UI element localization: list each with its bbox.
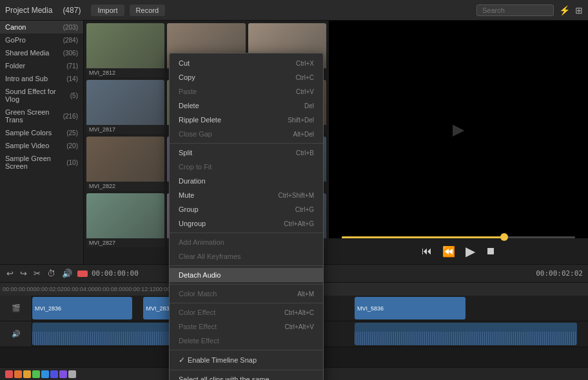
progress-thumb[interactable] [500, 233, 508, 241]
ctx-shortcut: Ctrl+V [296, 88, 314, 95]
ctx-item-split[interactable]: SplitCtrl+B [170, 146, 323, 160]
ruler-mark: 00:00:02:02 [34, 286, 64, 292]
redo-button[interactable]: ↪ [19, 267, 28, 280]
filter-icon[interactable]: ⚡ [559, 5, 570, 15]
sidebar-item-label: GoPro [5, 36, 63, 44]
sidebar-item-count: (306) [63, 50, 78, 57]
media-thumb-label: MVI_2827 [86, 238, 164, 247]
ctx-item-label: Select all clips with the same color mar… [179, 375, 286, 380]
undo-button[interactable]: ↩ [5, 267, 15, 280]
sidebar-item-count: (5) [70, 92, 78, 99]
ctx-item-label: Color Effect [179, 309, 215, 316]
import-button[interactable]: Import [91, 5, 124, 16]
ctx-item-label: Split [179, 149, 192, 157]
ctx-item-mute[interactable]: MuteCtrl+Shift+M [170, 188, 323, 202]
sidebar-item-count: (284) [63, 37, 78, 44]
ctx-item-ungroup[interactable]: UngroupCtrl+Alt+G [170, 216, 323, 231]
ctx-item-copy[interactable]: CopyCtrl+C [170, 70, 323, 84]
color-mark-dot[interactable] [68, 370, 76, 378]
top-bar: Project Media (487) Import Record ⚡ ⊞ [0, 0, 588, 21]
ctx-shortcut: Ctrl+Shift+M [278, 192, 314, 199]
media-thumb-MVI_2822[interactable]: MVI_2822 [86, 137, 164, 191]
ctx-item-label: Ungroup [179, 220, 206, 227]
clock-button[interactable]: ⏱ [46, 267, 57, 280]
rewind-button[interactable]: ⏮ [419, 243, 435, 260]
color-mark-dot[interactable] [50, 370, 58, 378]
ctx-shortcut: Ctrl+X [296, 60, 314, 67]
media-thumb-label: MVI_2822 [86, 182, 164, 191]
ctx-item-label: Paste [179, 88, 197, 95]
ctx-item-color_effect: Color EffectCtrl+Alt+C [170, 305, 323, 319]
ctx-item-label: Clear All Keyframes [179, 252, 241, 260]
ctx-item-label: Duration [179, 177, 206, 185]
color-mark-dot[interactable] [14, 370, 22, 378]
media-thumb-MVI_2817[interactable]: MVI_2817 [86, 80, 164, 134]
ctx-item-duration[interactable]: Duration [170, 174, 323, 188]
media-thumb-MVI_2812[interactable]: MVI_2812 [86, 23, 164, 77]
play-button[interactable]: ▶ [463, 241, 478, 261]
ctx-item-add_animation: Add Animation [170, 235, 323, 249]
preview-area: ▶ ⏮ ⏪ ▶ ⏹ [329, 21, 588, 264]
ctx-separator [170, 284, 323, 285]
ctx-item-detach_audio[interactable]: Detach Audio [170, 268, 323, 282]
search-input[interactable] [476, 5, 554, 16]
sidebar-item-sound[interactable]: Sound Effect for Vlog(5) [0, 85, 83, 106]
cut-tool-button[interactable]: ✂ [32, 267, 42, 280]
ctx-item-label: Copy [179, 73, 195, 81]
clip-MVI_2836_1[interactable]: MVI_2836 [32, 297, 132, 319]
ctx-separator [170, 265, 323, 266]
timecode-display: 00:00:00:00 [92, 269, 139, 278]
clip-audio_clip2[interactable] [355, 323, 577, 345]
ctx-item-delete[interactable]: DeleteDel [170, 99, 323, 113]
ctx-shortcut: Del [304, 102, 314, 109]
sidebar-item-folder[interactable]: Folder(71) [0, 59, 83, 72]
sidebar-item-sample_green[interactable]: Sample Green Screen(10) [0, 152, 83, 173]
sidebar-item-label: Folder [5, 62, 66, 70]
sidebar-item-gopro[interactable]: GoPro(284) [0, 33, 83, 46]
color-mark-dot[interactable] [5, 370, 13, 378]
color-mark-dot[interactable] [41, 370, 49, 378]
sidebar-item-shared[interactable]: Shared Media(306) [0, 46, 83, 59]
ctx-shortcut: Ctrl+Alt+G [284, 220, 314, 227]
ctx-shortcut: Ctrl+Alt+V [284, 323, 314, 330]
ctx-separator [170, 370, 323, 370]
grid-icon[interactable]: ⊞ [575, 5, 583, 15]
audio-button[interactable]: 🔊 [61, 267, 74, 280]
ctx-item-cut[interactable]: CutCtrl+X [170, 56, 323, 70]
sidebar-item-sample_colors[interactable]: Sample Colors(25) [0, 126, 83, 139]
media-thumb-MVI_2827[interactable]: MVI_2827 [86, 193, 164, 247]
ctx-item-label: Ripple Delete [179, 116, 221, 124]
video-track-icon: 🎬 [12, 304, 21, 312]
ctx-item-label: Crop to Fit [179, 163, 211, 171]
ctx-item-ripple_delete[interactable]: Ripple DeleteShift+Del [170, 113, 323, 127]
ctx-item-enable_snap[interactable]: ✓Enable Timeline Snap [170, 352, 323, 368]
stop-button[interactable]: ⏹ [483, 243, 498, 260]
clip-MVI_5836[interactable]: MVI_5836 [355, 297, 466, 319]
clip-label: MVI_2836 [35, 305, 61, 312]
context-menu: CutCtrl+XCopyCtrl+CPasteCtrl+VDeleteDelR… [169, 53, 324, 380]
ctx-shortcut: Ctrl+B [296, 149, 314, 157]
ruler-mark: 00:00:12:12 [125, 286, 156, 292]
color-mark-dot[interactable] [59, 370, 67, 378]
ctx-item-group[interactable]: GroupCtrl+G [170, 202, 323, 216]
audio-track-icon: 🔊 [12, 330, 21, 338]
ctx-item-label: Paste Effect [179, 323, 217, 330]
sidebar-item-count: (71) [66, 62, 78, 70]
prev-frame-button[interactable]: ⏪ [440, 243, 458, 260]
sidebar-item-label: Sound Effect for Vlog [5, 88, 70, 103]
color-mark-dot[interactable] [23, 370, 31, 378]
sidebar-item-canon[interactable]: Canon(203) [0, 21, 83, 33]
track-label-video1: 🎬 [0, 296, 32, 321]
sidebar-item-green[interactable]: Green Screen Trans(216) [0, 106, 83, 126]
ctx-item-clear_keyframes: Clear All Keyframes [170, 249, 323, 263]
progress-fill [342, 236, 505, 238]
ctx-item-select_same_color[interactable]: Select all clips with the same color mar… [170, 372, 323, 380]
preview-progress-bar[interactable] [342, 236, 575, 238]
sidebar-item-sample_video[interactable]: Sample Video(20) [0, 139, 83, 152]
record-button[interactable]: Record [130, 5, 165, 16]
media-thumb-label: MVI_2817 [86, 125, 164, 134]
ctx-item-paste_effect: Paste EffectCtrl+Alt+V [170, 319, 323, 334]
sidebar-item-intro[interactable]: Intro and Sub(14) [0, 72, 83, 85]
media-thumb-label: MVI_2812 [86, 68, 164, 77]
color-mark-dot[interactable] [32, 370, 40, 378]
